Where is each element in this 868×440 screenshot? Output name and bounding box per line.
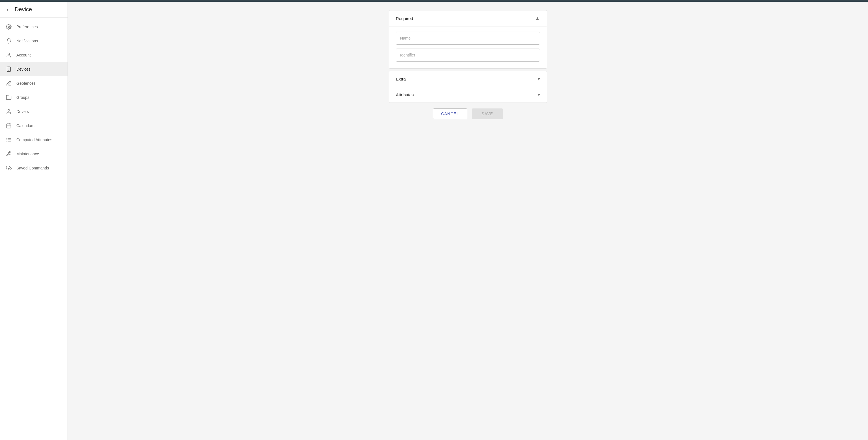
sidebar-item-drivers[interactable]: Drivers xyxy=(0,104,67,119)
cancel-button[interactable]: CANCEL xyxy=(433,108,467,119)
name-input[interactable] xyxy=(396,32,540,44)
account-icon xyxy=(6,52,12,58)
drivers-icon xyxy=(6,108,12,115)
attributes-section-header[interactable]: Attributes ▾ xyxy=(389,87,547,102)
required-chevron-icon: ▲ xyxy=(535,15,540,22)
sidebar-item-label-account: Account xyxy=(17,53,31,57)
svg-point-0 xyxy=(8,26,10,28)
name-field-wrapper xyxy=(396,32,540,44)
svg-point-4 xyxy=(8,109,10,112)
sidebar-header: ← Device xyxy=(0,2,67,18)
back-button[interactable]: ← xyxy=(6,7,11,12)
saved-commands-icon xyxy=(6,165,12,171)
sidebar-title: Device xyxy=(15,6,32,13)
extra-section-header[interactable]: Extra ▾ xyxy=(389,71,547,87)
required-label: Required xyxy=(396,16,413,21)
sidebar-nav: PreferencesNotificationsAccountDevicesGe… xyxy=(0,18,67,177)
sidebar-item-label-computed-attributes: Computed Attributes xyxy=(17,137,52,142)
required-section-body xyxy=(389,27,547,68)
sidebar-item-label-devices: Devices xyxy=(17,67,31,71)
attributes-label: Attributes xyxy=(396,92,414,97)
action-buttons: CANCEL SAVE xyxy=(389,108,547,119)
sidebar-item-geofences[interactable]: Geofences xyxy=(0,76,67,90)
required-card: Required ▲ xyxy=(389,10,547,69)
form-panel: Required ▲ Extra ▾ xyxy=(389,10,547,432)
extra-attributes-wrapper: Extra ▾ Attributes ▾ xyxy=(389,71,547,103)
sidebar-item-label-notifications: Notifications xyxy=(17,39,38,43)
maintenance-icon xyxy=(6,151,12,157)
extra-chevron-icon: ▾ xyxy=(538,76,540,82)
app-container: ← Device PreferencesNotificationsAccount… xyxy=(0,2,868,440)
devices-icon xyxy=(6,66,12,72)
sidebar: ← Device PreferencesNotificationsAccount… xyxy=(0,2,68,440)
attributes-chevron-icon: ▾ xyxy=(538,92,540,97)
extra-label: Extra xyxy=(396,76,406,81)
svg-point-1 xyxy=(8,53,10,55)
sidebar-item-label-geofences: Geofences xyxy=(17,81,36,86)
sidebar-item-label-drivers: Drivers xyxy=(17,109,29,114)
sidebar-item-account[interactable]: Account xyxy=(0,48,67,62)
sidebar-item-devices[interactable]: Devices xyxy=(0,62,67,76)
sidebar-item-label-calendars: Calendars xyxy=(17,123,34,128)
sidebar-item-label-maintenance: Maintenance xyxy=(17,152,39,156)
sidebar-item-notifications[interactable]: Notifications xyxy=(0,34,67,48)
save-button[interactable]: SAVE xyxy=(472,108,503,119)
svg-rect-5 xyxy=(7,124,11,128)
preferences-icon xyxy=(6,24,12,30)
sidebar-item-label-groups: Groups xyxy=(17,95,29,100)
sidebar-item-preferences[interactable]: Preferences xyxy=(0,20,67,34)
sidebar-item-maintenance[interactable]: Maintenance xyxy=(0,147,67,161)
sidebar-item-label-preferences: Preferences xyxy=(17,25,38,29)
sidebar-item-computed-attributes[interactable]: Computed Attributes xyxy=(0,133,67,147)
sidebar-item-label-saved-commands: Saved Commands xyxy=(17,166,49,170)
sidebar-item-groups[interactable]: Groups xyxy=(0,90,67,104)
main-content: Required ▲ Extra ▾ xyxy=(68,2,868,440)
geofences-icon xyxy=(6,80,12,87)
identifier-input[interactable] xyxy=(396,49,540,62)
identifier-field-wrapper xyxy=(396,49,540,62)
calendars-icon xyxy=(6,123,12,129)
required-section-header[interactable]: Required ▲ xyxy=(389,10,547,27)
groups-icon xyxy=(6,94,12,100)
notifications-icon xyxy=(6,38,12,44)
sidebar-item-calendars[interactable]: Calendars xyxy=(0,119,67,133)
sidebar-item-saved-commands[interactable]: Saved Commands xyxy=(0,161,67,175)
computed-attributes-icon xyxy=(6,137,12,143)
